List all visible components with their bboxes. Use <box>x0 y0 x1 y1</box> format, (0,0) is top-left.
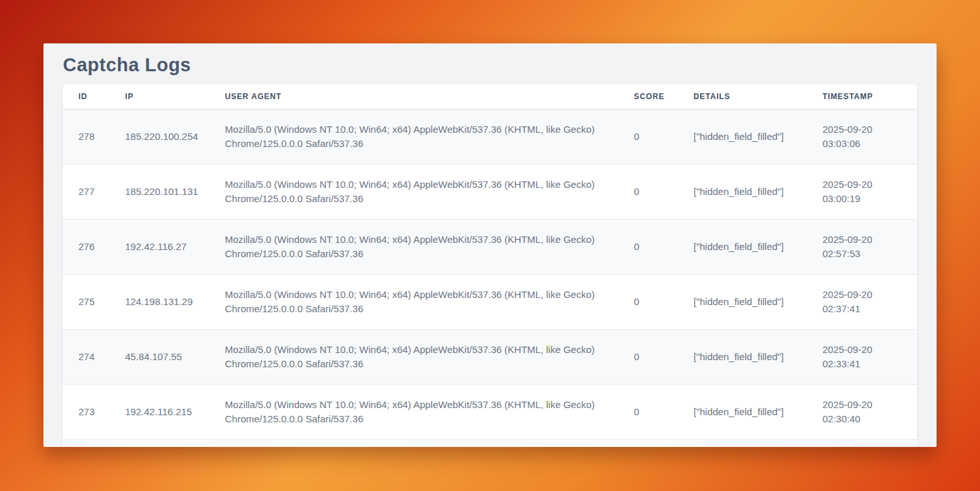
cell-timestamp: 2025-09-20 02:37:41 <box>807 275 917 330</box>
cell-id: 274 <box>63 330 110 385</box>
cell-timestamp: 2025-09-20 03:00:19 <box>807 165 917 220</box>
cell-user-agent: Mozilla/5.0 (Windows NT 10.0; Win64; x64… <box>209 220 618 275</box>
cell-id: 272 <box>63 440 110 448</box>
cell-details: ["hidden_field_filled"] <box>678 220 807 275</box>
table-row: 274 45.84.107.55 Mozilla/5.0 (Windows NT… <box>63 330 917 385</box>
column-header-ip: IP <box>110 84 209 109</box>
cell-id: 275 <box>63 275 110 330</box>
cell-user-agent: Mozilla/5.0 (Windows NT 10.0; Win64; x64… <box>209 109 618 165</box>
column-header-user-agent: USER AGENT <box>209 84 618 109</box>
cell-score: 0 <box>618 385 678 440</box>
table-row: 278 185.220.100.254 Mozilla/5.0 (Windows… <box>63 109 917 165</box>
cell-ip: 185.220.101.131 <box>110 165 209 220</box>
cell-user-agent: Mozilla/5.0 (Windows NT 10.0; Win64; x64… <box>209 385 618 440</box>
cell-details: ["hidden_field_filled"] <box>678 330 807 385</box>
table-body: 278 185.220.100.254 Mozilla/5.0 (Windows… <box>63 109 917 448</box>
captcha-logs-card: Captcha Logs ID IP USER AGENT SCORE <box>43 43 937 447</box>
table-row: 276 192.42.116.27 Mozilla/5.0 (Windows N… <box>63 220 917 275</box>
cell-user-agent: Mozilla/5.0 (Windows NT 10.0; Win64; x64… <box>209 275 618 330</box>
page-title: Captcha Logs <box>43 43 937 76</box>
cell-timestamp: 2025-09-20 02:30:40 <box>807 385 917 440</box>
cell-ip: 185.100.87.250 <box>110 440 209 448</box>
cell-id: 277 <box>63 165 110 220</box>
cell-details: ["hidden_field_filled"] <box>678 165 807 220</box>
cell-id: 278 <box>63 109 110 165</box>
table-row: 277 185.220.101.131 Mozilla/5.0 (Windows… <box>63 165 917 220</box>
table-row: 273 192.42.116.215 Mozilla/5.0 (Windows … <box>63 385 917 440</box>
table-header-row: ID IP USER AGENT SCORE DETAILS TIMESTAMP <box>63 84 917 109</box>
cell-user-agent: Mozilla/5.0 (Windows NT 10.0; Win64; x64… <box>209 165 618 220</box>
cell-user-agent: Mozilla/5.0 (Windows NT 10.0; Win64; x64… <box>209 440 618 448</box>
cell-timestamp: 2025-09-20 02:33:41 <box>807 330 917 385</box>
logs-table: ID IP USER AGENT SCORE DETAILS TIMESTAMP… <box>63 84 917 447</box>
table-row: 275 124.198.131.29 Mozilla/5.0 (Windows … <box>63 275 917 330</box>
cell-ip: 192.42.116.215 <box>110 385 209 440</box>
cell-ip: 45.84.107.55 <box>110 330 209 385</box>
cell-score: 0 <box>618 109 678 165</box>
cell-ip: 185.220.100.254 <box>110 109 209 165</box>
table-row: 272 185.100.87.250 Mozilla/5.0 (Windows … <box>63 440 917 448</box>
column-header-timestamp: TIMESTAMP <box>807 84 917 109</box>
cell-score: 0 <box>618 275 678 330</box>
logs-table-container[interactable]: ID IP USER AGENT SCORE DETAILS TIMESTAMP… <box>63 84 917 447</box>
cell-timestamp: 2025-09-20 02:29:40 <box>807 440 917 448</box>
cell-user-agent: Mozilla/5.0 (Windows NT 10.0; Win64; x64… <box>209 330 618 385</box>
cell-id: 273 <box>63 385 110 440</box>
cell-timestamp: 2025-09-20 02:57:53 <box>807 220 917 275</box>
cell-score: 0 <box>618 165 678 220</box>
cell-timestamp: 2025-09-20 03:03:06 <box>807 109 917 165</box>
cell-score: 0 <box>618 440 678 448</box>
cell-ip: 192.42.116.27 <box>110 220 209 275</box>
cell-details: ["hidden_field_filled"] <box>678 385 807 440</box>
cell-details: ["hidden_field_filled"] <box>678 109 807 165</box>
cell-details: ["hidden_field_filled"] <box>678 440 807 448</box>
column-header-details: DETAILS <box>678 84 807 109</box>
column-header-score: SCORE <box>618 84 678 109</box>
cell-details: ["hidden_field_filled"] <box>678 275 807 330</box>
cell-ip: 124.198.131.29 <box>110 275 209 330</box>
cell-score: 0 <box>618 220 678 275</box>
column-header-id: ID <box>63 84 110 109</box>
cell-id: 276 <box>63 220 110 275</box>
cell-score: 0 <box>618 330 678 385</box>
table-header: ID IP USER AGENT SCORE DETAILS TIMESTAMP <box>63 84 917 109</box>
page-background: Captcha Logs ID IP USER AGENT SCORE <box>0 0 980 491</box>
